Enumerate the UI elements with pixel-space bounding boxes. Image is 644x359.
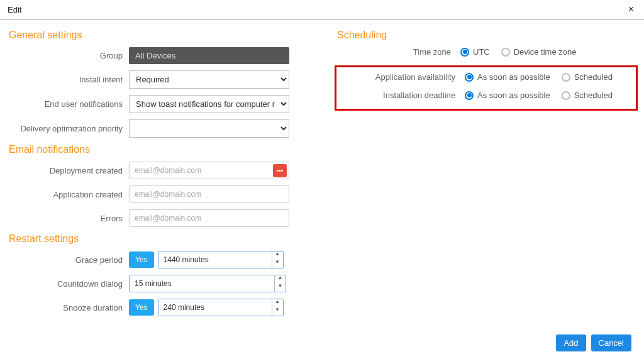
row-delivery-priority: Delivery optimization priority	[6, 119, 309, 138]
label-countdown-dialog: Countdown dialog	[6, 279, 129, 289]
section-general-settings: General settings	[9, 30, 309, 41]
radio-asap-label: As soon as possible	[477, 91, 550, 100]
left-column: General settings Group All Devices Insta…	[6, 26, 309, 323]
radio-app-avail-scheduled[interactable]: Scheduled	[562, 72, 613, 82]
radio-asap-label: As soon as possible	[477, 72, 550, 82]
label-group: Group	[6, 51, 129, 60]
dialog-title: Edit	[8, 5, 21, 14]
row-countdown-dialog: Countdown dialog ▲▼	[6, 275, 309, 292]
stepper-icon[interactable]: ▲▼	[272, 299, 283, 316]
radio-device-label: Device time zone	[514, 47, 577, 57]
radio-scheduled-label: Scheduled	[574, 91, 613, 100]
add-button[interactable]: Add	[556, 334, 586, 351]
snooze-duration-stepper[interactable]: ▲▼	[158, 299, 284, 316]
label-application-availability: Application availability	[339, 72, 465, 82]
radio-icon	[562, 91, 570, 100]
section-email-notifications: Email notifications	[9, 144, 309, 155]
install-intent-select[interactable]: Required	[129, 70, 289, 89]
delivery-priority-select[interactable]	[129, 119, 289, 138]
more-icon[interactable]: •••	[273, 164, 287, 177]
row-application-created: Application created	[6, 185, 309, 203]
grace-period-input[interactable]	[158, 251, 272, 268]
dialog-footer: Add Cancel	[556, 334, 631, 351]
dialog-header: Edit ×	[0, 0, 644, 19]
section-restart-settings: Restart settings	[9, 233, 309, 245]
row-end-user-notifications: End user notifications Show toast notifi…	[6, 95, 309, 113]
radio-scheduled-label: Scheduled	[574, 72, 613, 82]
countdown-dialog-stepper[interactable]: ▲▼	[129, 275, 286, 292]
label-time-zone: Time zone	[335, 47, 460, 57]
radio-icon	[460, 48, 469, 57]
right-column: Scheduling Time zone UTC Device time zon…	[335, 26, 638, 323]
row-snooze-duration: Snooze duration Yes ▲▼	[6, 299, 309, 316]
row-errors: Errors	[6, 209, 309, 227]
cancel-button[interactable]: Cancel	[591, 334, 631, 351]
label-grace-period: Grace period	[6, 255, 129, 265]
row-deployment-created: Deployment created •••	[6, 162, 309, 179]
radio-icon	[562, 73, 570, 82]
row-group: Group All Devices	[6, 47, 309, 64]
radio-icon	[465, 73, 474, 82]
errors-input[interactable]	[129, 209, 289, 227]
label-install-intent: Install intent	[6, 75, 129, 84]
group-value-display: All Devices	[129, 47, 289, 64]
countdown-dialog-input[interactable]	[130, 275, 274, 292]
radio-install-deadline-asap[interactable]: As soon as possible	[465, 91, 550, 100]
row-install-intent: Install intent Required	[6, 70, 309, 89]
label-application-created: Application created	[6, 190, 129, 199]
radio-app-avail-asap[interactable]: As soon as possible	[465, 72, 550, 82]
close-icon[interactable]: ×	[626, 4, 636, 15]
stepper-icon[interactable]: ▲▼	[274, 275, 286, 292]
snooze-duration-input[interactable]	[158, 299, 272, 316]
application-created-input[interactable]	[129, 185, 289, 203]
label-deployment-created: Deployment created	[6, 166, 129, 175]
grace-period-stepper[interactable]: ▲▼	[158, 251, 284, 268]
label-installation-deadline: Installation deadline	[339, 91, 465, 100]
dialog-content: General settings Group All Devices Insta…	[0, 19, 644, 323]
end-user-notifications-select[interactable]: Show toast notifications for computer re…	[129, 95, 289, 113]
deployment-created-input[interactable]	[129, 162, 289, 179]
radio-utc[interactable]: UTC	[460, 47, 490, 57]
snooze-yes-button[interactable]: Yes	[129, 299, 154, 316]
label-errors: Errors	[6, 214, 129, 223]
radio-icon	[501, 48, 510, 57]
row-application-availability: Application availability As soon as poss…	[339, 72, 633, 82]
section-scheduling: Scheduling	[337, 30, 638, 41]
stepper-icon[interactable]: ▲▼	[272, 251, 283, 268]
radio-icon	[465, 91, 474, 100]
radio-install-deadline-scheduled[interactable]: Scheduled	[562, 91, 613, 100]
highlight-box: Application availability As soon as poss…	[335, 65, 638, 111]
label-snooze-duration: Snooze duration	[6, 303, 129, 312]
radio-utc-label: UTC	[473, 47, 490, 57]
row-installation-deadline: Installation deadline As soon as possibl…	[339, 91, 633, 100]
row-grace-period: Grace period Yes ▲▼	[6, 251, 309, 268]
grace-period-yes-button[interactable]: Yes	[129, 251, 154, 268]
radio-device-time-zone[interactable]: Device time zone	[501, 47, 577, 57]
label-delivery-priority: Delivery optimization priority	[6, 124, 129, 133]
label-end-user-notifications: End user notifications	[6, 99, 129, 109]
row-time-zone: Time zone UTC Device time zone	[335, 47, 638, 57]
